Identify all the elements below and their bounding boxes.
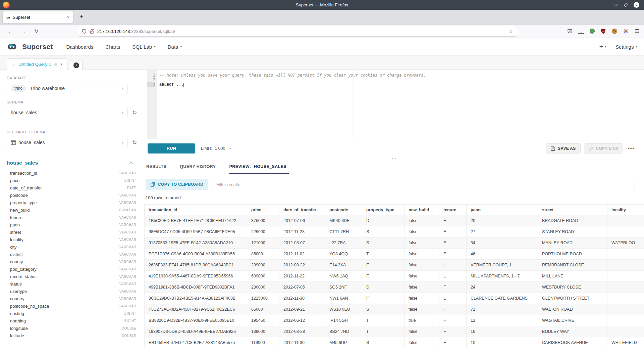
column-type: DATE	[127, 186, 136, 190]
table-grid-icon	[11, 140, 16, 145]
table-cell: WESTBURY CLOSE	[538, 282, 607, 293]
tab-query-history[interactable]: QUERY HISTORY	[179, 162, 216, 174]
insecure-lock-icon[interactable]	[90, 29, 94, 34]
limit-value: 1 000	[215, 146, 225, 151]
tab-results[interactable]: RESULTS	[146, 162, 167, 174]
column-name: longitude	[10, 326, 28, 331]
table-cell: 230000	[247, 282, 279, 293]
column-type: BIGINT	[124, 179, 136, 182]
save-as-button[interactable]: SAVE AS	[546, 143, 580, 154]
svg-text:uO: uO	[602, 30, 604, 32]
column-type: VARCHAR	[119, 223, 136, 227]
column-name: price	[10, 178, 19, 183]
table-cell: CT11 7RH	[325, 226, 362, 237]
settings-menu[interactable]: Settings▾	[615, 44, 637, 50]
filter-results-input[interactable]	[212, 179, 635, 190]
window-maximize-icon[interactable]	[624, 3, 628, 7]
column-header[interactable]: price	[247, 205, 279, 215]
window-title: Superset — Mozilla Firefox	[0, 2, 644, 7]
browser-urlbar: ← → ↻ 217.160.120.143:32393/superset/sql…	[0, 25, 644, 38]
browser-tab[interactable]: ∞ Superset ×	[3, 11, 73, 23]
column-header[interactable]: date_of_transfer	[279, 205, 325, 215]
downloads-icon[interactable]: ↓	[578, 29, 584, 34]
table-cell: false	[405, 226, 439, 237]
plus-icon: +	[599, 43, 603, 50]
drag-handle-icon[interactable]: ⋮	[11, 62, 15, 67]
tab-close-icon[interactable]: ×	[67, 15, 69, 20]
column-type: BIGINT	[124, 312, 136, 315]
rows-returned-text: 100 rows returned	[146, 195, 644, 200]
table-cell: 375000	[247, 215, 279, 226]
nav-item-data[interactable]: Data▾	[168, 44, 182, 50]
window-close-icon[interactable]: ×	[634, 2, 639, 8]
table-schema-header[interactable]: house_sales	[7, 160, 138, 166]
sql-editor[interactable]: 1 2 3 -- Note: Unless you save your quer…	[147, 70, 637, 139]
extension-green-icon[interactable]	[590, 29, 595, 34]
column-header[interactable]: postcode	[325, 205, 362, 215]
forward-icon[interactable]: →	[21, 28, 26, 34]
column-header[interactable]: new_build	[405, 205, 439, 215]
url-input[interactable]: 217.160.120.143:32393/superset/sqllab/ ☆	[78, 26, 517, 36]
table-cell: false	[405, 326, 439, 337]
bookmark-star-icon[interactable]: ☆	[509, 29, 513, 34]
cookie-extension-icon[interactable]	[612, 29, 617, 34]
table-cell	[607, 271, 644, 282]
table-select[interactable]: house_sales ▾	[7, 137, 127, 148]
pane-splitter[interactable]	[144, 157, 644, 162]
limit-dropdown[interactable]: LIMIT: 1 000 ▾	[201, 146, 231, 151]
column-header[interactable]: property_type	[362, 205, 405, 215]
table-cell: 499B1981-3B6B-4BCD-808F-9FED9802BFA1	[145, 282, 247, 293]
run-button[interactable]: RUN	[148, 143, 195, 154]
editor-code-area[interactable]: -- Note: Unless you save your query, the…	[157, 70, 637, 139]
hamburger-menu-icon[interactable]: ☰	[634, 28, 640, 34]
query-tab-active[interactable]: ⋮ Untitled Query 1 ×	[7, 58, 67, 70]
new-tab-button[interactable]: +	[79, 13, 83, 20]
schema-select[interactable]: house_sales ▾	[7, 107, 127, 118]
table-cell: YO8 4QQ	[325, 249, 362, 260]
sql-statement-line: SELECT ...	[159, 82, 637, 87]
new-item-menu[interactable]: +▾	[599, 43, 606, 50]
reload-icon[interactable]: ↻	[34, 28, 39, 34]
column-type: VARCHAR	[119, 275, 136, 278]
add-query-tab-button[interactable]: +	[70, 60, 83, 70]
table-cell: S	[362, 337, 405, 348]
ublock-origin-icon[interactable]: uO	[600, 28, 606, 34]
copy-to-clipboard-button[interactable]: COPY TO CLIPBOARD	[146, 179, 208, 190]
plus-circle-icon: +	[73, 62, 79, 68]
chevron-up-icon[interactable]	[129, 162, 133, 165]
nav-item-sql-lab[interactable]: SQL Lab▾	[132, 44, 156, 50]
column-type: DOUBLE	[122, 326, 136, 330]
column-header[interactable]: tenure	[439, 205, 467, 215]
column-header[interactable]: street	[538, 205, 607, 215]
back-icon[interactable]: ←	[8, 28, 13, 34]
table-row: 2636F323-FF41-4765-81DB-98CAA6A43BC12990…	[145, 260, 644, 271]
sql-keyword: SELECT	[159, 82, 174, 87]
column-header[interactable]: paon	[467, 205, 538, 215]
table-cell: 419E1030-9A55-4467-8DA9-9FED95D65966	[145, 271, 247, 282]
table-cell: WS10 0EU	[325, 304, 362, 315]
nav-item-charts[interactable]: Charts	[105, 44, 120, 50]
results-toolbar: COPY TO CLIPBOARD	[146, 179, 635, 190]
schema-column-row: tenure VARCHAR	[7, 214, 138, 221]
schema-column-row: easting BIGINT	[7, 310, 138, 317]
pocket-icon[interactable]	[567, 28, 573, 34]
database-label: DATABASE	[7, 76, 138, 80]
tab-preview-house-sales[interactable]: PREVIEW: `HOUSE_SALES`	[229, 162, 289, 174]
database-select[interactable]: trino Trino warehouse ▾	[7, 83, 127, 94]
query-tab-close-icon[interactable]: ×	[60, 62, 63, 67]
copy-link-button[interactable]: COPY LINK	[584, 143, 624, 154]
table-cell: EB1459EB-67ED-47C8-B2E7-A38143AB5575	[145, 337, 247, 348]
table-row: 98F5DC47-0D05-4D59-95B7-98CA6F1FDE052250…	[145, 226, 644, 237]
sparkle-extension-icon[interactable]	[623, 28, 629, 34]
refresh-schema-icon[interactable]: ↻	[132, 109, 137, 116]
column-header[interactable]: transaction_id	[145, 205, 247, 215]
print-margin-line	[354, 70, 354, 139]
table-cell: F	[362, 293, 405, 304]
tracking-protection-shield-icon[interactable]	[82, 29, 87, 34]
refresh-table-icon[interactable]: ↻	[132, 139, 137, 146]
column-header[interactable]: locality	[607, 205, 644, 215]
more-options-icon[interactable]: •••	[628, 146, 635, 151]
nav-item-dashboards[interactable]: Dashboards	[66, 44, 93, 50]
superset-logo[interactable]: Superset	[5, 42, 53, 51]
table-cell: WAGTAIL DRIVE	[538, 315, 607, 326]
